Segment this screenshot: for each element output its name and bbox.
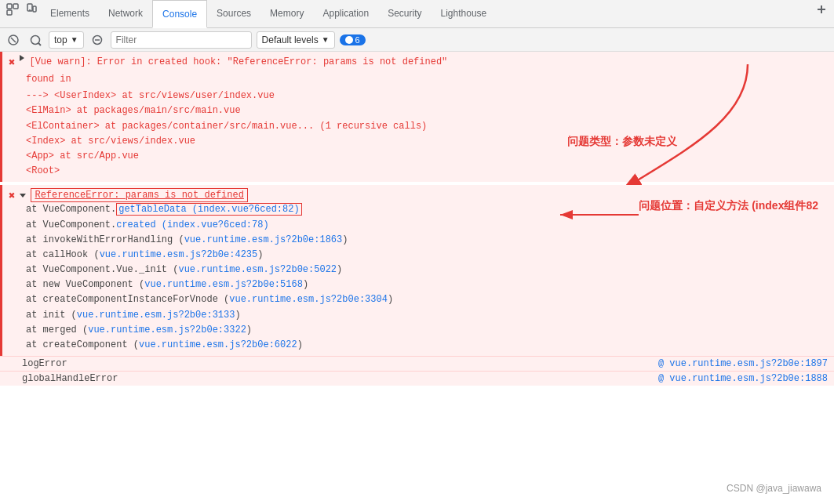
chevron-down-icon: ▼ [71, 35, 78, 44]
stack-trace-line-6: at createComponentInstanceForVnode (vue.… [26, 292, 828, 307]
tab-sources[interactable]: Sources [207, 0, 260, 27]
stack-link-4[interactable]: vue.runtime.esm.js?2b0e:5022 [178, 264, 337, 275]
svg-rect-4 [33, 6, 36, 12]
tab-console[interactable]: Console [152, 0, 207, 28]
global-handle-line: globalHandleError @ vue.runtime.esm.js?2… [0, 371, 834, 386]
inspect-element-btn[interactable] [3, 0, 22, 19]
stack-link-7[interactable]: vue.runtime.esm.js?2b0e:3133 [77, 310, 235, 321]
svg-rect-0 [7, 4, 12, 9]
stack-link-1[interactable]: created (index.vue?6ced:78) [116, 219, 268, 230]
preserve-log-btn[interactable] [89, 31, 106, 49]
stack-link-5[interactable]: vue.runtime.esm.js?2b0e:5168 [144, 279, 303, 290]
error-icon-2: ✖ [9, 189, 15, 202]
log-error-line: logError @ vue.runtime.esm.js?2b0e:1897 [0, 356, 834, 371]
console-toolbar: top ▼ Default levels ▼ 6 [0, 28, 834, 52]
stack-trace-line-2: at invokeWithErrorHandling (vue.runtime.… [26, 233, 828, 248]
csdn-watermark: CSDN @java_jiawawa [727, 483, 821, 495]
stack-trace-line-5: at new VueComponent (vue.runtime.esm.js?… [26, 277, 828, 292]
stack-link-3[interactable]: vue.runtime.esm.js?2b0e:4235 [100, 249, 258, 260]
svg-point-10 [31, 35, 40, 44]
global-handle-link[interactable]: @ vue.runtime.esm.js?2b0e:1888 [658, 373, 828, 384]
console-output: ✖ [Vue warn]: Error in created hook: "Re… [0, 52, 834, 504]
ref-error-block: ✖ ReferenceError: params is not defined … [0, 185, 834, 356]
svg-line-11 [38, 43, 41, 45]
tab-network[interactable]: Network [99, 0, 152, 27]
vue-warn-message: [Vue warn]: Error in created hook: "Refe… [29, 55, 447, 69]
log-error-link[interactable]: @ vue.runtime.esm.js?2b0e:1897 [658, 358, 828, 369]
stack-link-2[interactable]: vue.runtime.esm.js?2b0e:1863 [184, 234, 343, 245]
stack-link-9[interactable]: vue.runtime.esm.js?2b0e:6022 [139, 339, 297, 350]
expand-icon-2[interactable] [20, 194, 26, 198]
tab-lighthouse[interactable]: Lighthouse [432, 0, 497, 27]
tab-memory[interactable]: Memory [260, 0, 313, 27]
stack-trace-2: at VueComponent.getTableData (index.vue?… [26, 202, 828, 353]
stack-link-0[interactable]: getTableData (index.vue?6ced:82) [116, 203, 301, 216]
stack-trace-line-7: at init (vue.runtime.esm.js?2b0e:3133) [26, 308, 828, 323]
tab-bar: Elements Network Console Sources Memory … [0, 0, 834, 28]
expand-icon-1[interactable] [20, 55, 24, 61]
more-tabs-btn[interactable] [812, 0, 831, 19]
tab-security[interactable]: Security [378, 0, 431, 27]
stack-link-8[interactable]: vue.runtime.esm.js?2b0e:3322 [88, 325, 246, 335]
error-count-badge[interactable]: 6 [340, 34, 366, 45]
stack-trace-line-3: at callHook (vue.runtime.esm.js?2b0e:423… [26, 248, 828, 263]
log-error-label: logError [6, 358, 658, 369]
clear-console-btn[interactable] [5, 31, 22, 49]
stack-link-6[interactable]: vue.runtime.esm.js?2b0e:3304 [229, 294, 388, 305]
stack-trace-line-1: at VueComponent.created (index.vue?6ced:… [26, 218, 828, 233]
annotation-2-container: 问题位置：自定义方法 (index组件82 [639, 199, 818, 213]
context-selector[interactable]: top ▼ [49, 31, 84, 49]
ref-error-message: ReferenceError: params is not defined [31, 188, 247, 202]
error-icon-1: ✖ [9, 56, 15, 69]
stack-trace-line-4: at VueComponent.Vue._init (vue.runtime.e… [26, 263, 828, 277]
mobile-toggle-btn[interactable] [22, 0, 41, 19]
stack-trace-line-9: at createComponent (vue.runtime.esm.js?2… [26, 338, 828, 353]
filter-input[interactable] [111, 31, 252, 49]
levels-chevron-icon: ▼ [322, 35, 330, 44]
svg-line-9 [11, 38, 16, 42]
svg-rect-1 [7, 10, 12, 15]
annotation-arrow-2 [552, 207, 646, 230]
levels-dropdown[interactable]: Default levels ▼ [257, 31, 335, 49]
badge-icon [345, 36, 353, 44]
tab-elements[interactable]: Elements [41, 0, 99, 27]
global-handle-label: globalHandleError [6, 373, 658, 384]
stack-trace-line-8: at merged (vue.runtime.esm.js?2b0e:3322) [26, 323, 828, 338]
tab-application[interactable]: Application [313, 0, 378, 27]
filter-btn[interactable] [27, 31, 44, 49]
svg-rect-2 [13, 4, 18, 9]
